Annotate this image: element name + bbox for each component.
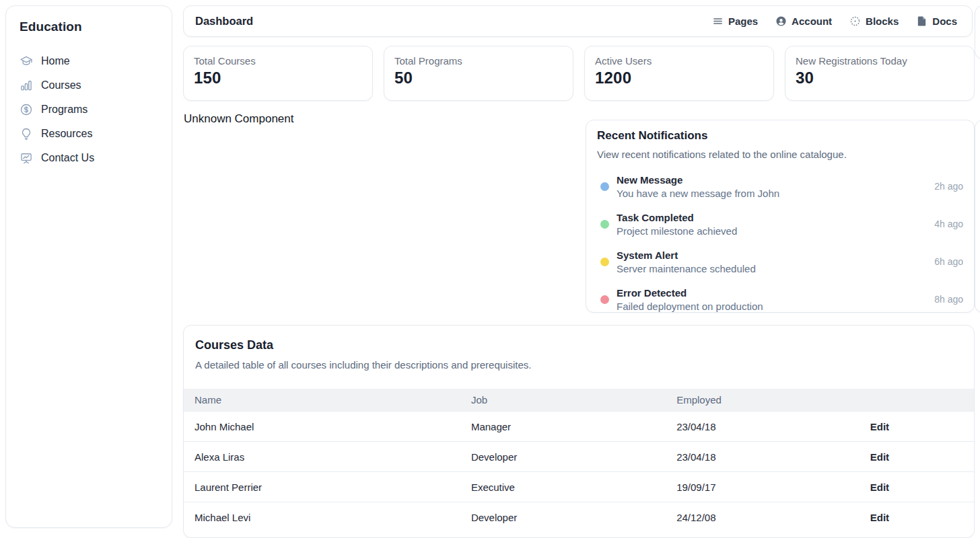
- dotted-circle-icon: [849, 15, 861, 27]
- cell-job: Developer: [460, 502, 666, 533]
- notification-title: Task Completed: [617, 212, 737, 223]
- sidebar-item-label: Courses: [41, 79, 81, 91]
- stat-card-total-courses: Total Courses 150: [183, 46, 373, 101]
- cutoff-card-mid-right: [975, 120, 980, 313]
- nav-item-label: Pages: [728, 15, 758, 27]
- cell-employed: 19/09/17: [666, 472, 860, 502]
- cell-name: John Michael: [184, 412, 460, 442]
- notification-timestamp: 4h ago: [934, 219, 963, 229]
- cell-name: Laurent Perrier: [184, 472, 460, 502]
- notification-description: Project milestone achieved: [617, 225, 737, 237]
- notification-timestamp: 8h ago: [934, 294, 963, 305]
- cell-employed: 23/04/18: [666, 412, 860, 442]
- sidebar-item-label: Home: [41, 55, 70, 67]
- notification-title: New Message: [617, 174, 779, 186]
- status-dot-error: [600, 295, 609, 304]
- table-row: Laurent Perrier Executive 19/09/17 Edit: [184, 472, 974, 502]
- cell-job: Developer: [460, 442, 666, 472]
- notifications-subtitle: View recent notifications related to the…: [597, 149, 963, 160]
- table-header-row: Name Job Employed: [184, 389, 974, 412]
- table-row: John Michael Manager 23/04/18 Edit: [184, 412, 974, 442]
- stat-card-active-users: Active Users 1200: [584, 46, 774, 101]
- status-dot-info: [600, 182, 609, 191]
- column-header-name: Name: [184, 389, 460, 412]
- cell-name: Alexa Liras: [184, 442, 460, 472]
- nav-item-label: Docs: [932, 15, 957, 27]
- graduation-cap-icon: [20, 54, 33, 68]
- edit-button[interactable]: Edit: [870, 482, 889, 493]
- column-header-employed: Employed: [666, 389, 860, 412]
- sidebar: Education Home Courses: [5, 5, 172, 528]
- courses-table-subtitle: A detailed table of all courses includin…: [195, 359, 963, 371]
- topbar-nav: Pages Account Blocks: [712, 15, 957, 27]
- courses-data-card: Courses Data A detailed table of all cou…: [183, 325, 975, 538]
- sidebar-item-home[interactable]: Home: [20, 49, 158, 73]
- bar-chart-icon: [20, 79, 33, 92]
- user-circle-icon: [775, 15, 787, 27]
- presentation-chart-icon: [20, 151, 33, 165]
- sidebar-menu: Home Courses Programs: [20, 49, 158, 170]
- status-dot-success: [600, 220, 609, 229]
- edit-button[interactable]: Edit: [870, 421, 889, 432]
- cutoff-card-top-right: [975, 5, 980, 59]
- sidebar-item-programs[interactable]: Programs: [20, 98, 158, 122]
- cell-employed: 23/04/18: [666, 442, 860, 472]
- edit-button[interactable]: Edit: [870, 512, 889, 523]
- status-dot-warning: [600, 258, 609, 266]
- nav-item-blocks[interactable]: Blocks: [849, 15, 899, 27]
- sidebar-item-label: Contact Us: [41, 152, 94, 164]
- page-title: Dashboard: [195, 15, 253, 28]
- stats-row: Total Courses 150 Total Programs 50 Acti…: [183, 46, 975, 101]
- table-row: Alexa Liras Developer 23/04/18 Edit: [184, 442, 974, 472]
- cell-job: Executive: [460, 472, 666, 502]
- nav-item-pages[interactable]: Pages: [712, 15, 758, 27]
- sidebar-item-contact-us[interactable]: Contact Us: [20, 146, 158, 170]
- stat-value: 30: [796, 69, 964, 87]
- menu-lines-icon: [712, 15, 724, 27]
- notification-item[interactable]: New Message You have a new message from …: [597, 171, 963, 201]
- stat-card-total-programs: Total Programs 50: [384, 46, 573, 101]
- stat-value: 50: [394, 69, 563, 87]
- stat-label: New Registrations Today: [796, 55, 964, 67]
- notification-timestamp: 6h ago: [934, 256, 963, 267]
- nav-item-docs[interactable]: Docs: [916, 15, 957, 27]
- notification-item[interactable]: Error Detected Failed deployment on prod…: [597, 284, 963, 314]
- notification-timestamp: 2h ago: [934, 181, 963, 192]
- notification-description: Server maintenance scheduled: [617, 263, 756, 274]
- courses-table: Name Job Employed John Michael Manager 2…: [184, 389, 974, 533]
- topbar: Dashboard Pages Account: [183, 5, 973, 37]
- notifications-list: New Message You have a new message from …: [597, 171, 963, 314]
- notification-title: System Alert: [617, 249, 756, 261]
- stat-value: 150: [194, 69, 362, 87]
- sidebar-item-label: Resources: [41, 128, 92, 140]
- nav-item-label: Account: [792, 15, 832, 27]
- nav-item-label: Blocks: [866, 15, 899, 27]
- table-row: Michael Levi Developer 24/12/08 Edit: [184, 502, 974, 533]
- sidebar-item-courses[interactable]: Courses: [20, 73, 158, 98]
- notification-description: You have a new message from John: [617, 188, 779, 199]
- column-header-job: Job: [460, 389, 666, 412]
- stat-label: Total Programs: [394, 55, 563, 67]
- stat-label: Active Users: [595, 55, 763, 67]
- cell-job: Manager: [460, 412, 666, 442]
- sidebar-item-resources[interactable]: Resources: [20, 122, 158, 146]
- notification-item[interactable]: System Alert Server maintenance schedule…: [597, 247, 963, 276]
- notification-description: Failed deployment on production: [617, 301, 763, 312]
- unknown-component-placeholder: Unknown Component: [184, 112, 293, 126]
- column-header-action: [860, 389, 974, 412]
- notification-item[interactable]: Task Completed Project milestone achieve…: [597, 209, 963, 239]
- cell-employed: 24/12/08: [666, 502, 860, 533]
- edit-button[interactable]: Edit: [870, 451, 889, 463]
- dollar-circle-icon: [20, 103, 33, 116]
- stat-card-new-registrations: New Registrations Today 30: [785, 46, 975, 101]
- sidebar-title: Education: [20, 20, 158, 34]
- recent-notifications-card: Recent Notifications View recent notific…: [586, 120, 975, 313]
- notifications-title: Recent Notifications: [597, 129, 963, 143]
- cell-name: Michael Levi: [184, 502, 460, 533]
- sidebar-item-label: Programs: [41, 104, 88, 116]
- courses-table-title: Courses Data: [195, 338, 963, 352]
- nav-item-account[interactable]: Account: [775, 15, 832, 27]
- stat-label: Total Courses: [194, 55, 362, 67]
- notification-title: Error Detected: [617, 287, 763, 299]
- document-icon: [916, 15, 928, 27]
